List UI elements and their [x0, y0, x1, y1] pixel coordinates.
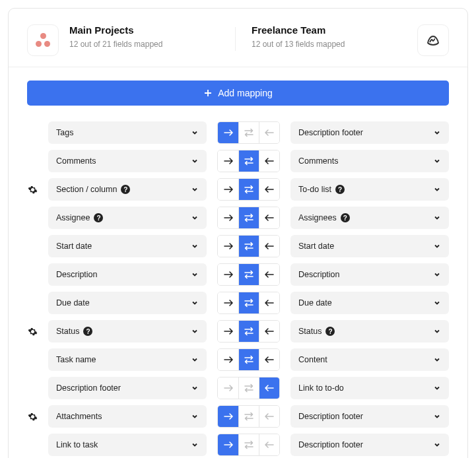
- left-field-label: Task name: [56, 355, 191, 364]
- mapping-row: Due date Due date: [27, 292, 449, 314]
- right-field-select[interactable]: Start date: [290, 235, 449, 257]
- left-field-label: Link to task: [56, 440, 191, 449]
- left-field-select[interactable]: Section / column?: [48, 178, 207, 201]
- mapping-row: Start date Start date: [27, 235, 449, 257]
- direction-both-button[interactable]: [238, 122, 259, 143]
- direction-both-button[interactable]: [238, 377, 259, 399]
- info-icon[interactable]: ?: [94, 213, 103, 222]
- right-field-select[interactable]: Content: [290, 348, 449, 371]
- direction-left-button[interactable]: [259, 349, 279, 370]
- left-project-title: Main Projects: [69, 24, 224, 36]
- chevron-down-icon: [433, 185, 441, 193]
- direction-right-button[interactable]: [218, 321, 238, 342]
- right-field-label: Start date: [298, 242, 433, 251]
- info-icon[interactable]: ?: [83, 327, 92, 336]
- chevron-down-icon: [433, 157, 441, 165]
- left-field-select[interactable]: Attachments: [48, 405, 207, 428]
- direction-right-button[interactable]: [218, 434, 238, 455]
- direction-both-button[interactable]: [238, 150, 259, 172]
- direction-left-button[interactable]: [259, 377, 279, 399]
- gear-icon[interactable]: [28, 327, 38, 337]
- add-mapping-button[interactable]: Add mapping: [27, 81, 449, 106]
- chevron-down-icon: [433, 441, 441, 449]
- direction-right-button[interactable]: [218, 349, 238, 370]
- left-field-select[interactable]: Task name: [48, 348, 207, 371]
- direction-both-button[interactable]: [238, 207, 259, 228]
- left-field-select[interactable]: Assignee?: [48, 207, 207, 229]
- direction-both-button[interactable]: [238, 349, 259, 370]
- left-field-select[interactable]: Description footer: [48, 377, 207, 399]
- right-field-label: Description footer: [298, 128, 433, 137]
- right-field-label: To-do list?: [298, 185, 433, 194]
- chevron-down-icon: [191, 129, 199, 137]
- direction-toggle: [217, 178, 280, 201]
- direction-toggle: [217, 320, 280, 343]
- direction-right-button[interactable]: [218, 377, 238, 399]
- chevron-down-icon: [433, 356, 441, 364]
- direction-left-button[interactable]: [259, 179, 279, 200]
- direction-left-button[interactable]: [259, 434, 279, 455]
- direction-both-button[interactable]: [238, 321, 259, 342]
- right-field-select[interactable]: Due date: [290, 292, 449, 314]
- direction-both-button[interactable]: [238, 434, 259, 455]
- direction-left-button[interactable]: [259, 122, 279, 143]
- direction-left-button[interactable]: [259, 406, 279, 427]
- left-field-select[interactable]: Link to task: [48, 434, 207, 456]
- left-field-select[interactable]: Due date: [48, 292, 207, 314]
- gear-icon[interactable]: [28, 412, 38, 422]
- mapping-row: Comments Comments: [27, 150, 449, 172]
- direction-both-button[interactable]: [238, 264, 259, 285]
- left-field-select[interactable]: Tags: [48, 121, 207, 144]
- left-field-label: Due date: [56, 298, 191, 308]
- right-field-select[interactable]: Description footer: [290, 405, 449, 428]
- mapping-row: Tags Description footer: [27, 121, 449, 144]
- basecamp-logo: [417, 24, 449, 56]
- direction-both-button[interactable]: [238, 179, 259, 200]
- direction-both-button[interactable]: [238, 292, 259, 313]
- direction-left-button[interactable]: [259, 321, 279, 342]
- left-field-select[interactable]: Start date: [48, 235, 207, 257]
- gear-icon[interactable]: [28, 185, 38, 195]
- right-field-select[interactable]: To-do list?: [290, 178, 449, 201]
- left-field-label: Status?: [56, 327, 191, 336]
- chevron-down-icon: [433, 384, 441, 392]
- info-icon[interactable]: ?: [341, 213, 350, 222]
- right-field-select[interactable]: Description footer: [290, 121, 449, 144]
- left-field-select[interactable]: Comments: [48, 150, 207, 172]
- direction-right-button[interactable]: [218, 292, 238, 313]
- right-field-select[interactable]: Comments: [290, 150, 449, 172]
- chevron-down-icon: [191, 214, 199, 222]
- right-field-select[interactable]: Status?: [290, 320, 449, 343]
- left-field-select[interactable]: Status?: [48, 320, 207, 343]
- info-icon[interactable]: ?: [121, 185, 130, 194]
- mapping-row: Section / column? To-do list?: [27, 178, 449, 201]
- left-field-label: Section / column?: [56, 185, 191, 194]
- right-field-select[interactable]: Link to to-do: [290, 377, 449, 399]
- direction-left-button[interactable]: [259, 207, 279, 228]
- info-icon[interactable]: ?: [325, 327, 335, 336]
- left-field-select[interactable]: Description: [48, 263, 207, 286]
- direction-right-button[interactable]: [218, 150, 238, 172]
- right-field-select[interactable]: Description: [290, 263, 449, 286]
- info-icon[interactable]: ?: [335, 185, 345, 194]
- direction-right-button[interactable]: [218, 122, 238, 143]
- direction-both-button[interactable]: [238, 236, 259, 257]
- direction-left-button[interactable]: [259, 236, 279, 257]
- left-field-label: Tags: [56, 128, 191, 137]
- direction-right-button[interactable]: [218, 406, 238, 427]
- direction-right-button[interactable]: [218, 207, 238, 228]
- direction-left-button[interactable]: [259, 264, 279, 285]
- right-field-select[interactable]: Assignees?: [290, 207, 449, 229]
- direction-left-button[interactable]: [259, 292, 279, 313]
- right-field-select[interactable]: Description footer: [290, 434, 449, 456]
- right-project-title: Freelance Team: [252, 24, 407, 36]
- direction-both-button[interactable]: [238, 406, 259, 427]
- direction-right-button[interactable]: [218, 179, 238, 200]
- direction-right-button[interactable]: [218, 264, 238, 285]
- right-field-label: Comments: [298, 156, 433, 166]
- left-project-subtitle: 12 out of 21 fields mapped: [69, 40, 224, 49]
- left-field-label: Start date: [56, 242, 191, 251]
- right-field-label: Status?: [298, 327, 433, 336]
- direction-left-button[interactable]: [259, 150, 279, 172]
- direction-right-button[interactable]: [218, 236, 238, 257]
